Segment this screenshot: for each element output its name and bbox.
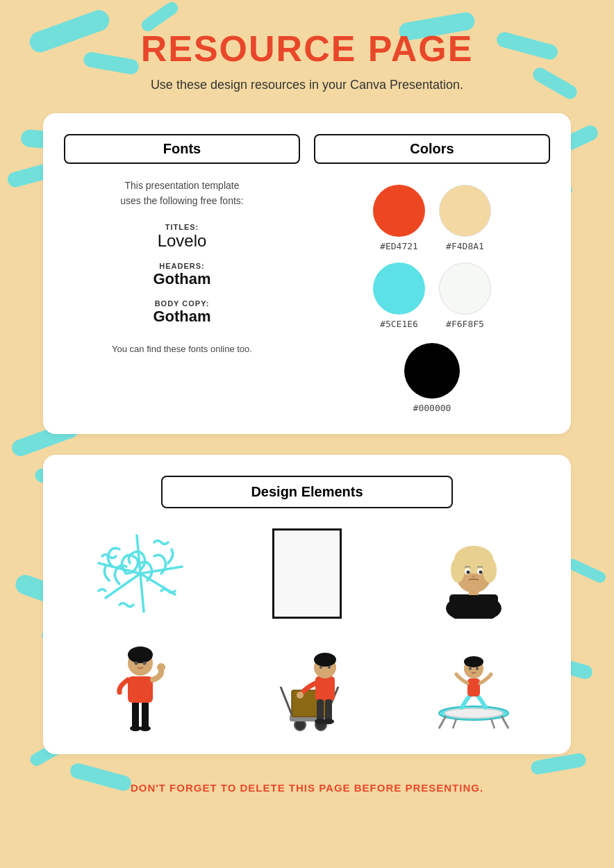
font-name-lovelo: Lovelo	[158, 231, 207, 251]
font-label-headers: HEADERS:	[153, 262, 210, 270]
color-item-teal: #5CE1E6	[373, 262, 425, 329]
fonts-footer: You can find these fonts online too.	[112, 344, 252, 354]
svg-line-33	[281, 687, 292, 715]
svg-rect-34	[315, 676, 335, 701]
svg-point-11	[451, 558, 465, 583]
color-item-black: #000000	[404, 343, 460, 413]
svg-point-12	[483, 558, 497, 583]
page-subtitle: Use these design resources in your Canva…	[151, 78, 463, 92]
svg-point-25	[135, 661, 138, 665]
page-title: RESOURCE PAGE	[141, 28, 474, 69]
design-item-squiggles	[85, 525, 196, 622]
trampoline-svg	[429, 638, 519, 732]
color-hex-red: #ED4721	[380, 241, 418, 251]
design-item-woman	[106, 636, 175, 733]
font-label-titles: TITLES:	[158, 223, 207, 231]
svg-rect-7	[449, 594, 498, 615]
svg-point-42	[320, 666, 322, 669]
color-item-lightgray: #F6F8F5	[439, 262, 491, 329]
svg-rect-50	[467, 678, 480, 696]
color-hex-teal: #5CE1E6	[380, 319, 418, 329]
design-item-bust	[435, 525, 512, 622]
design-item-worker	[265, 636, 349, 733]
squiggles-svg	[85, 528, 196, 619]
color-item-tan: #F4D8A1	[439, 185, 491, 251]
svg-point-38	[323, 719, 334, 724]
svg-line-4	[106, 574, 140, 598]
svg-rect-35	[317, 699, 324, 721]
fonts-section: Fonts This presentation template uses th…	[64, 134, 300, 413]
bust-svg	[435, 528, 512, 619]
svg-point-54	[476, 667, 479, 670]
color-hex-black: #000000	[413, 403, 451, 413]
colors-section: Colors #ED4721 #F4D8A1 #5CE1E6 #F6F8F5	[314, 134, 550, 413]
svg-rect-18	[142, 701, 149, 728]
svg-point-26	[143, 661, 147, 665]
svg-point-49	[445, 708, 503, 718]
svg-line-47	[453, 719, 456, 728]
tablet-frame	[272, 528, 342, 619]
svg-rect-17	[132, 701, 139, 728]
color-grid: #ED4721 #F4D8A1 #5CE1E6 #F6F8F5 #000000	[373, 185, 491, 413]
design-item-tablet	[272, 525, 342, 622]
color-circle-red	[373, 185, 425, 237]
svg-rect-21	[128, 676, 153, 703]
page-content: RESOURCE PAGE Use these design resources…	[0, 0, 614, 815]
svg-point-19	[130, 726, 141, 731]
svg-line-46	[501, 716, 508, 728]
svg-rect-36	[325, 699, 332, 721]
design-card: Design Elements	[43, 455, 571, 754]
design-elements-header: Design Elements	[161, 476, 453, 508]
color-circle-lightgray	[439, 262, 491, 315]
design-item-trampoline	[429, 636, 519, 733]
fonts-header: Fonts	[64, 134, 300, 164]
color-circle-tan	[439, 185, 491, 237]
font-label-body: BODY COPY:	[153, 299, 210, 308]
svg-line-48	[491, 719, 495, 728]
svg-point-16	[479, 571, 483, 574]
svg-point-43	[328, 666, 331, 669]
color-item-red: #ED4721	[373, 185, 425, 251]
fonts-description: This presentation template uses the foll…	[120, 178, 243, 209]
svg-line-3	[140, 574, 144, 612]
svg-point-20	[140, 726, 151, 731]
color-circle-black	[404, 343, 460, 399]
color-hex-tan: #F4D8A1	[446, 241, 484, 251]
svg-point-39	[297, 692, 304, 699]
svg-point-52	[464, 656, 483, 667]
font-entry-body: BODY COPY: Gotham	[153, 299, 210, 326]
svg-point-15	[467, 571, 470, 574]
main-card: Fonts This presentation template uses th…	[43, 113, 571, 434]
color-circle-teal	[373, 262, 425, 315]
font-entry-titles: TITLES: Lovelo	[158, 223, 207, 251]
svg-point-53	[469, 667, 472, 670]
svg-point-41	[314, 653, 336, 667]
colors-header: Colors	[314, 134, 550, 164]
font-name-gotham-body: Gotham	[153, 308, 210, 326]
font-name-gotham-headers: Gotham	[153, 270, 210, 288]
font-entry-headers: HEADERS: Gotham	[153, 262, 210, 288]
svg-point-24	[128, 646, 153, 663]
woman-svg	[106, 638, 175, 732]
svg-point-22	[157, 663, 165, 671]
color-hex-lightgray: #F6F8F5	[446, 319, 484, 329]
worker-svg	[265, 638, 349, 732]
footer-warning: DON'T FORGET TO DELETE THIS PAGE BEFORE …	[131, 782, 483, 794]
svg-line-45	[439, 716, 446, 728]
design-grid	[64, 525, 550, 733]
